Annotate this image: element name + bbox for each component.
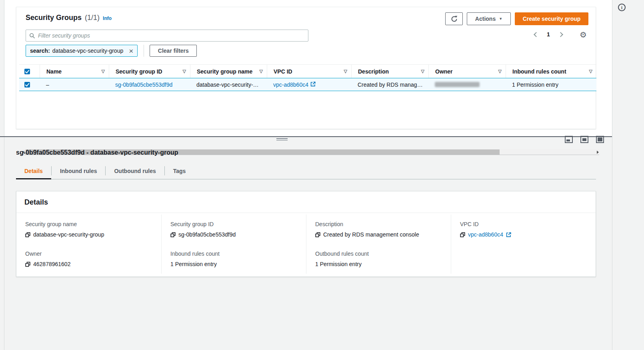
copy-icon[interactable] <box>315 232 320 237</box>
panel-size-small-icon[interactable] <box>565 136 573 143</box>
tab-bar: Details Inbound rules Outbound rules Tag… <box>16 163 596 179</box>
chevron-down-icon: ▼ <box>499 17 502 21</box>
actions-label: Actions <box>475 16 496 22</box>
field-owner: Owner 462878961602 <box>16 244 161 274</box>
clear-filters-label: Clear filters <box>158 48 189 54</box>
copy-icon[interactable] <box>25 232 30 237</box>
previous-page-icon[interactable] <box>534 32 539 37</box>
scroll-right-icon[interactable] <box>597 151 599 154</box>
split-panel-title: sg-0b9fa05cbe553df9d - database-vpc-secu… <box>16 149 178 156</box>
column-header-description: Description <box>358 68 389 75</box>
search-icon <box>29 33 35 39</box>
page-number[interactable]: 1 <box>547 31 550 38</box>
cell-description: Created by RDS manag… <box>358 82 423 88</box>
cell-inbound-count: 1 Permission entry <box>512 82 558 88</box>
gear-icon[interactable]: ⚙ <box>580 30 587 40</box>
field-security-group-id: Security group ID sg-0b9fa05cbe553df9d <box>161 215 306 244</box>
filter-column-icon[interactable]: ▽ <box>342 69 347 74</box>
select-all-checkbox[interactable] <box>24 69 30 74</box>
tab-inbound-rules[interactable]: Inbound rules <box>52 163 106 179</box>
filter-column-icon[interactable]: ▽ <box>587 69 592 74</box>
field-empty <box>451 244 596 274</box>
cell-sg-name: database-vpc-security-… <box>196 82 259 88</box>
vpc-id-link[interactable]: vpc-ad8b60c4 <box>273 82 308 88</box>
column-header-inbound-count: Inbound rules count <box>512 68 566 75</box>
owner-value: 462878961602 <box>33 261 70 267</box>
column-header-vpc-id: VPC ID <box>274 68 292 75</box>
filter-column-icon[interactable]: ▽ <box>419 69 424 74</box>
info-link[interactable]: Info <box>103 16 112 21</box>
security-groups-panel: Security Groups (1/1) Info Actions ▼ Cre… <box>4 0 612 136</box>
field-vpc-id: VPC ID vpc-ad8b60c4 <box>451 215 596 244</box>
filter-column-icon[interactable]: ▽ <box>257 69 263 74</box>
refresh-button[interactable] <box>445 12 463 25</box>
copy-icon[interactable] <box>170 232 176 237</box>
copy-icon[interactable] <box>460 232 465 237</box>
tab-details[interactable]: Details <box>16 163 51 179</box>
filter-input-container <box>26 30 308 42</box>
tab-outbound-rules[interactable]: Outbound rules <box>106 163 164 179</box>
outbound-count-value: 1 Permission entry <box>315 261 362 267</box>
inbound-count-value: 1 Permission entry <box>170 261 217 267</box>
column-header-name: Name <box>46 68 62 75</box>
field-outbound-rules-count: Outbound rules count 1 Permission entry <box>306 244 451 274</box>
remove-token-icon[interactable]: × <box>129 47 133 55</box>
details-heading: Details <box>16 191 596 213</box>
security-group-id-link[interactable]: sg-0b9fa05cbe553df9d <box>115 82 172 88</box>
token-separator <box>144 45 144 57</box>
security-group-id-value: sg-0b9fa05cbe553df9d <box>178 231 236 238</box>
external-link-icon <box>310 82 316 88</box>
field-description: Description Created by RDS management co… <box>306 215 451 244</box>
create-security-group-button[interactable]: Create security group <box>515 12 588 25</box>
page-title: Security Groups <box>26 14 82 22</box>
column-header-sg-id: Security group ID <box>116 68 162 75</box>
info-icon[interactable]: i <box>618 4 626 11</box>
field-inbound-rules-count: Inbound rules count 1 Permission entry <box>161 244 306 274</box>
filter-input[interactable] <box>38 32 305 39</box>
help-panel-rail: i <box>612 0 644 350</box>
split-panel-divider <box>0 136 612 137</box>
description-value: Created by RDS management console <box>323 231 419 238</box>
filter-column-icon[interactable]: ▽ <box>496 69 502 74</box>
security-groups-card: Security Groups (1/1) Info Actions ▼ Cre… <box>16 7 596 129</box>
next-page-icon[interactable] <box>558 32 563 37</box>
page-header: Security Groups (1/1) Info <box>26 14 112 22</box>
token-value: database-vpc-security-group <box>52 48 123 54</box>
search-token: search: database-vpc-security-group × <box>26 45 138 57</box>
resource-count: (1/1) <box>85 14 100 22</box>
owner-redacted <box>435 82 480 87</box>
filter-column-icon[interactable]: ▽ <box>180 69 186 74</box>
table-header-row: Name▽ Security group ID▽ Security group … <box>19 64 596 78</box>
filter-column-icon[interactable]: ▽ <box>99 69 105 74</box>
copy-icon[interactable] <box>25 262 30 267</box>
column-header-sg-name: Security group name <box>197 68 252 75</box>
clear-filters-button[interactable]: Clear filters <box>150 45 197 57</box>
split-panel-size-controls <box>565 136 604 143</box>
details-fields: Security group name database-vpc-securit… <box>16 213 596 274</box>
external-link-icon <box>506 232 511 237</box>
security-groups-table: Name▽ Security group ID▽ Security group … <box>19 64 596 91</box>
field-security-group-name: Security group name database-vpc-securit… <box>16 215 161 244</box>
pagination: 1 <box>534 31 562 38</box>
column-header-owner: Owner <box>435 68 453 75</box>
row-checkbox[interactable] <box>24 82 30 88</box>
create-label: Create security group <box>523 16 581 22</box>
actions-button[interactable]: Actions ▼ <box>467 12 511 25</box>
split-panel-drag-handle[interactable] <box>276 138 288 141</box>
refresh-icon <box>451 16 458 22</box>
cell-name: – <box>46 82 49 88</box>
details-card: Details Security group name database-vpc… <box>16 191 596 277</box>
security-group-name-value: database-vpc-security-group <box>33 231 104 238</box>
panel-size-large-icon[interactable] <box>596 136 604 143</box>
panel-size-medium-icon[interactable] <box>580 136 588 143</box>
token-key: search: <box>30 48 50 54</box>
filter-tokens: search: database-vpc-security-group × Cl… <box>26 45 197 57</box>
tab-tags[interactable]: Tags <box>165 163 194 179</box>
table-row[interactable]: – sg-0b9fa05cbe553df9d database-vpc-secu… <box>19 78 596 91</box>
vpc-id-detail-link[interactable]: vpc-ad8b60c4 <box>468 231 503 238</box>
